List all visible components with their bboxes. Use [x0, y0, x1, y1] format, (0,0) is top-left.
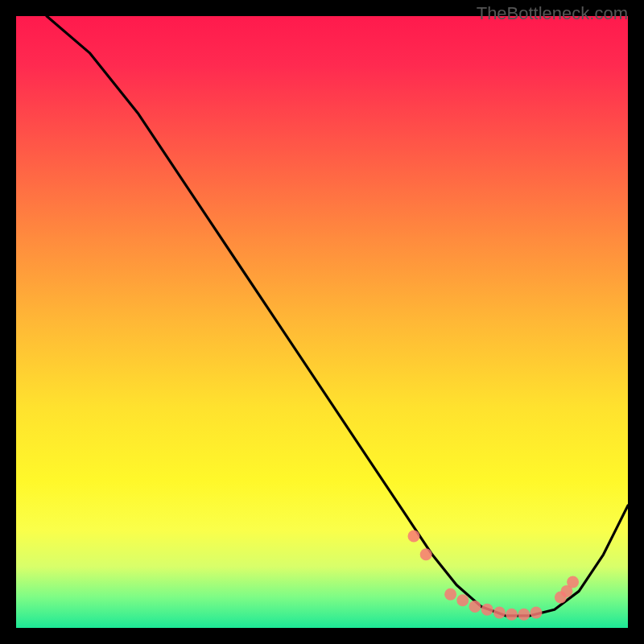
- highlight-dot: [420, 548, 432, 560]
- highlight-dot: [567, 576, 579, 588]
- highlight-dot: [493, 607, 506, 619]
- highlight-dot: [518, 609, 530, 621]
- highlight-dot: [506, 609, 518, 621]
- plot-area: [16, 16, 628, 628]
- highlight-dots: [408, 530, 580, 621]
- highlight-dot: [408, 530, 420, 543]
- highlight-dot: [481, 604, 493, 616]
- chart-svg: [16, 16, 628, 628]
- bottleneck-curve: [16, 16, 628, 616]
- highlight-dot: [469, 601, 481, 613]
- highlight-dot: [530, 607, 543, 619]
- highlight-dot: [456, 594, 469, 606]
- highlight-dot: [444, 588, 456, 601]
- watermark-text: TheBottleneck.com: [477, 3, 628, 24]
